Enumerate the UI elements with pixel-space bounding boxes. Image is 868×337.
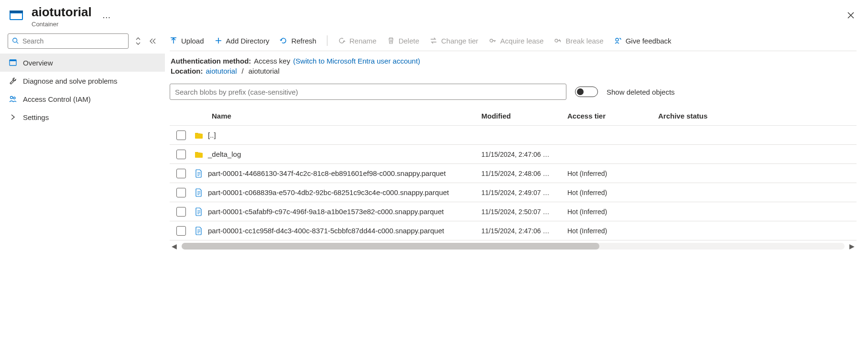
sidebar-item-label: Settings bbox=[23, 113, 49, 121]
delete-button: Delete bbox=[387, 37, 419, 45]
table-row[interactable]: _delta_log11/15/2024, 2:47:06 … bbox=[170, 145, 857, 164]
sidebar-item-access-control-iam-[interactable]: Access Control (IAM) bbox=[0, 90, 165, 108]
table-row[interactable]: part-00001-c068839a-e570-4db2-92bc-68251… bbox=[170, 183, 857, 202]
row-name[interactable]: _delta_log bbox=[208, 150, 241, 158]
row-name[interactable]: part-00001-c068839a-e570-4db2-92bc-68251… bbox=[208, 188, 449, 196]
svg-point-8 bbox=[13, 97, 15, 99]
blob-prefix-input[interactable] bbox=[175, 88, 561, 96]
trash-icon bbox=[387, 37, 395, 44]
col-archive-status[interactable]: Archive status bbox=[656, 109, 733, 123]
upload-label: Upload bbox=[181, 37, 204, 45]
sidebar-search-input[interactable] bbox=[22, 37, 124, 45]
table-row[interactable]: part-00001-c5afabf9-c97c-496f-9a18-a1b0e… bbox=[170, 202, 857, 221]
close-button[interactable] bbox=[843, 7, 858, 25]
row-checkbox[interactable] bbox=[176, 226, 186, 236]
svg-point-9 bbox=[490, 39, 493, 42]
delete-label: Delete bbox=[399, 37, 419, 45]
acquire-lease-button: Acquire lease bbox=[489, 37, 544, 45]
give-feedback-button[interactable]: Give feedback bbox=[614, 37, 672, 45]
table-row[interactable]: [..] bbox=[170, 126, 857, 145]
row-name[interactable]: part-00001-c5afabf9-c97c-496f-9a18-a1b0e… bbox=[208, 207, 444, 216]
swap-icon bbox=[430, 37, 437, 44]
more-actions-button[interactable]: … bbox=[102, 11, 111, 21]
collapse-sidebar-button[interactable] bbox=[148, 36, 157, 46]
blob-prefix-search[interactable] bbox=[170, 84, 566, 100]
table-row[interactable]: part-00001-cc1c958f-d4c3-400c-8371-5cbbf… bbox=[170, 221, 857, 240]
row-access-tier: Hot (Inferred) bbox=[565, 205, 656, 218]
svg-point-10 bbox=[555, 39, 558, 42]
sidebar-item-diagnose-and-solve-problems[interactable]: Diagnose and solve problems bbox=[0, 72, 165, 90]
switch-auth-link[interactable]: (Switch to Microsoft Entra user account) bbox=[293, 57, 420, 65]
plus-icon bbox=[215, 37, 222, 44]
chevron-right-icon bbox=[9, 113, 17, 121]
row-name[interactable]: part-00001-cc1c958f-d4c3-400c-8371-5cbbf… bbox=[208, 227, 444, 235]
sidebar-item-settings[interactable]: Settings bbox=[0, 108, 165, 126]
resource-type-label: Container bbox=[32, 21, 92, 28]
breadcrumb-root[interactable]: aiotutorial bbox=[206, 67, 237, 75]
blade-header: aiotutorial Container … bbox=[0, 0, 868, 31]
scroll-track[interactable] bbox=[182, 243, 845, 250]
svg-line-4 bbox=[17, 42, 19, 43]
row-modified: 11/15/2024, 2:47:06 … bbox=[479, 148, 565, 161]
row-checkbox[interactable] bbox=[176, 207, 186, 217]
add-directory-button[interactable]: Add Directory bbox=[215, 37, 270, 45]
sidebar-search[interactable] bbox=[8, 33, 129, 49]
add-directory-label: Add Directory bbox=[226, 37, 270, 45]
row-access-tier: Hot (Inferred) bbox=[565, 186, 656, 199]
row-name[interactable]: part-00001-44686130-347f-4c2c-81c8-eb891… bbox=[208, 169, 446, 177]
give-feedback-label: Give feedback bbox=[626, 37, 672, 45]
file-icon bbox=[195, 188, 203, 197]
row-checkbox[interactable] bbox=[176, 150, 186, 159]
toggle-knob bbox=[577, 88, 584, 95]
svg-rect-2 bbox=[10, 11, 23, 13]
refresh-icon bbox=[280, 37, 287, 44]
col-name[interactable]: Name bbox=[193, 109, 479, 123]
svg-point-3 bbox=[13, 38, 17, 42]
change-tier-label: Change tier bbox=[441, 37, 478, 45]
location-label: Location: bbox=[171, 67, 203, 75]
scroll-left-icon[interactable]: ◀ bbox=[170, 242, 179, 250]
rename-label: Rename bbox=[349, 37, 377, 45]
row-modified: 11/15/2024, 2:50:07 … bbox=[479, 205, 565, 218]
breadcrumb-current: aiotutorial bbox=[249, 67, 280, 75]
show-deleted-toggle[interactable] bbox=[575, 87, 598, 97]
rename-button: Rename bbox=[338, 37, 377, 45]
col-modified[interactable]: Modified bbox=[479, 109, 565, 123]
sidebar-item-overview[interactable]: Overview bbox=[0, 54, 165, 72]
file-icon bbox=[195, 227, 203, 235]
folder-icon bbox=[195, 131, 203, 140]
row-archive-status bbox=[656, 190, 733, 196]
refresh-button[interactable]: Refresh bbox=[280, 37, 316, 45]
wrench-icon bbox=[9, 76, 17, 85]
grid-header-row: Name Modified Access tier Archive status bbox=[170, 107, 857, 126]
row-archive-status bbox=[656, 171, 733, 176]
col-access-tier[interactable]: Access tier bbox=[565, 109, 656, 123]
row-checkbox[interactable] bbox=[176, 169, 186, 178]
toolbar-separator bbox=[327, 35, 327, 46]
auth-method-value: Access key bbox=[254, 57, 290, 65]
svg-point-11 bbox=[616, 38, 618, 41]
row-archive-status bbox=[656, 152, 733, 157]
sidebar: OverviewDiagnose and solve problemsAcces… bbox=[0, 31, 165, 337]
sort-toggle-icon[interactable] bbox=[133, 36, 143, 46]
sidebar-item-label: Access Control (IAM) bbox=[23, 95, 91, 103]
table-row[interactable]: part-00001-44686130-347f-4c2c-81c8-eb891… bbox=[170, 164, 857, 183]
row-archive-status bbox=[656, 209, 733, 215]
row-archive-status bbox=[656, 132, 733, 138]
command-bar: Upload Add Directory Refresh Rename bbox=[170, 33, 857, 51]
row-access-tier bbox=[565, 132, 656, 138]
upload-icon bbox=[170, 37, 177, 44]
people-icon bbox=[9, 95, 17, 103]
horizontal-scrollbar[interactable]: ◀ ▶ bbox=[170, 240, 857, 250]
row-name[interactable]: [..] bbox=[208, 131, 216, 139]
refresh-label: Refresh bbox=[291, 37, 316, 45]
scroll-thumb[interactable] bbox=[182, 243, 599, 250]
row-access-tier: Hot (Inferred) bbox=[565, 224, 656, 238]
scroll-right-icon[interactable]: ▶ bbox=[847, 242, 857, 250]
row-checkbox[interactable] bbox=[176, 130, 186, 140]
svg-point-7 bbox=[11, 97, 13, 99]
row-modified: 11/15/2024, 2:47:06 … bbox=[479, 224, 565, 238]
row-checkbox[interactable] bbox=[176, 188, 186, 197]
upload-button[interactable]: Upload bbox=[170, 37, 204, 45]
acquire-lease-label: Acquire lease bbox=[500, 37, 544, 45]
